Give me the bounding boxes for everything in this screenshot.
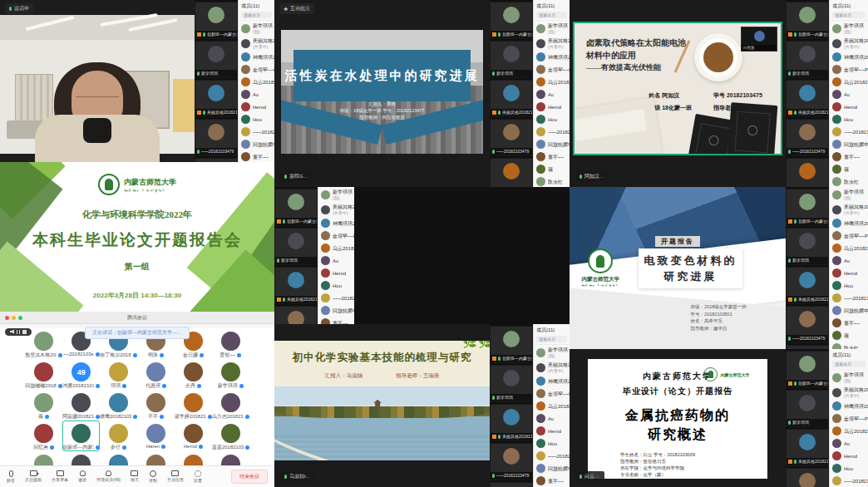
filmstrip-video-tile[interactable]: 美丽其格2018210347… bbox=[786, 80, 829, 117]
participant-row[interactable]: Hou bbox=[318, 279, 354, 292]
participant-row[interactable]: 美丽其格201821 (共享中) bbox=[830, 202, 868, 217]
participant-row[interactable]: 金塔罕~~Pig bbox=[830, 229, 868, 242]
participant-row[interactable]: Hou bbox=[239, 113, 274, 125]
filmstrip-video-tile[interactable]: 新学琪琪 bbox=[786, 390, 829, 427]
participant-row[interactable]: 乌云2018210 bbox=[239, 76, 274, 88]
participant-row[interactable]: 乌云2018210 bbox=[830, 76, 868, 88]
search-input[interactable]: 搜索成员 bbox=[536, 12, 567, 18]
participant-row[interactable]: Hou bbox=[830, 279, 868, 292]
participant-row[interactable]: Hemd bbox=[534, 425, 570, 437]
participant-row[interactable]: 回放轮媚中 bbox=[534, 462, 570, 475]
participant-row[interactable]: Hemd bbox=[239, 101, 274, 113]
participant-row[interactable]: ~~~201821 bbox=[534, 450, 570, 462]
participant-row[interactable]: 金塔罕~~Pig bbox=[239, 63, 274, 76]
filmstrip-video-tile[interactable]: ~~~20182103479 bbox=[786, 306, 829, 343]
participant-row[interactable]: 乌云2018210 bbox=[830, 242, 868, 254]
participant-row[interactable]: 薇 bbox=[534, 163, 570, 175]
participant-row[interactable]: 乌云2018210 bbox=[318, 242, 354, 254]
participant-row[interactable]: 神鹰琪琪201 bbox=[318, 217, 354, 229]
filmstrip-video-tile[interactable]: 美丽其格2018210347… bbox=[490, 404, 533, 441]
gallery-participant[interactable]: 朝鲁20182103.. bbox=[212, 451, 249, 465]
speaker-video[interactable] bbox=[0, 15, 195, 154]
toolbar-button[interactable]: 管理成员(49) bbox=[96, 470, 121, 483]
participant-row[interactable]: ~~~201821 bbox=[239, 125, 274, 138]
filmstrip-video-tile[interactable]: 创新班—内蒙古师范大学-… bbox=[786, 2, 829, 39]
participant-row[interactable]: ~~~201821 bbox=[830, 292, 868, 304]
gallery-participant[interactable]: 丛丹 bbox=[175, 359, 212, 390]
gallery-participant[interactable]: 诺学婷201821.. bbox=[175, 390, 212, 421]
participant-row[interactable]: Hemd bbox=[830, 450, 868, 462]
participant-row[interactable]: 董平~~ bbox=[534, 475, 570, 487]
filmstrip-video-tile[interactable]: 美丽其格2018210347… bbox=[195, 80, 238, 117]
filmstrip-video-tile[interactable]: 新学琪琪 bbox=[274, 228, 318, 265]
toolbar-button[interactable]: 邀请 bbox=[78, 470, 86, 483]
gallery-participant[interactable]: 代惠琪 bbox=[137, 359, 175, 390]
participant-row[interactable]: 乌云2018210 bbox=[534, 400, 570, 412]
participant-row[interactable]: 美丽其格201821 (共享中) bbox=[534, 360, 570, 375]
filmstrip-video-tile[interactable]: ~~~20182103479 bbox=[490, 443, 533, 480]
participant-row[interactable]: 神鹰琪琪201 bbox=[534, 51, 570, 63]
participant-row[interactable]: 神鹰琪琪201 bbox=[534, 375, 570, 387]
shared-screen[interactable]: 内蒙古师范大学 ᠥᠪᠥᠷ ᠮᠣᠩᠭᠣᠯ 开题报告 电致变色材料的 研究进展 班级… bbox=[570, 187, 786, 349]
filmstrip-video-tile[interactable]: ~~~20182103479 bbox=[490, 119, 533, 156]
filmstrip-video-tile[interactable]: ~~~20182103479 bbox=[786, 468, 829, 487]
participant-row[interactable]: 回放轮媚中 bbox=[830, 304, 868, 317]
participant-row[interactable]: Au bbox=[830, 88, 868, 101]
participant-row[interactable]: Hou bbox=[830, 113, 868, 125]
gallery-participant[interactable]: 雄鹰20182103.. bbox=[100, 390, 137, 421]
participant-row[interactable]: 美丽其格201821 (共享中) bbox=[534, 36, 570, 51]
participant-row[interactable]: Hemd bbox=[830, 101, 868, 113]
gallery-participant[interactable]: 琪琪 bbox=[100, 359, 137, 390]
filmstrip-video-tile[interactable]: 创新班—内蒙古师范大学-… bbox=[786, 189, 829, 226]
participant-row[interactable]: 回放轮媚中 bbox=[534, 138, 570, 150]
shared-screen[interactable]: ✚互动批注 活性炭在水处理中的研究进展 汇报人：晨晖 班级：18级化学一班 学号… bbox=[274, 0, 490, 187]
shared-screen[interactable]: 卤素取代策略在太阳能电池 材料中的应用 ——有效提高光伏性能 姓名 阿如汉 学号… bbox=[570, 0, 786, 187]
search-input[interactable]: 搜索成员 bbox=[536, 336, 567, 342]
participant-row[interactable]: 陈永红 bbox=[830, 175, 868, 187]
participant-row[interactable]: 陈永红 bbox=[830, 342, 868, 349]
participant-row[interactable]: Hemd bbox=[534, 101, 570, 113]
participant-row[interactable]: Au bbox=[830, 254, 868, 267]
participant-row[interactable]: 金塔罕~~Pig bbox=[830, 63, 868, 76]
filmstrip-video-tile[interactable]: 创新班—内蒙古师范大学-… bbox=[490, 326, 533, 363]
participant-row[interactable]: Hemd bbox=[830, 267, 868, 279]
participant-row[interactable]: 薇 bbox=[830, 329, 868, 342]
toolbar-button[interactable]: 聊天 bbox=[131, 470, 139, 483]
participant-row[interactable]: 回放轮媚中 bbox=[830, 138, 868, 150]
participant-row[interactable]: 薇 bbox=[830, 163, 868, 175]
gallery-participant[interactable]: 稀木极201821.. bbox=[62, 451, 100, 465]
participant-row[interactable]: 新学琪琪 (我) bbox=[239, 21, 274, 36]
participant-row[interactable]: ~~~201821 bbox=[318, 292, 354, 304]
toolbar-button[interactable]: 设置 bbox=[194, 470, 202, 483]
gallery-participant[interactable]: 49 鸿雁20182103.. bbox=[62, 359, 100, 390]
filmstrip-video-tile[interactable]: 美丽其格2018210347… bbox=[786, 267, 829, 304]
filmstrip-video-tile[interactable]: 明珠 bbox=[786, 158, 829, 187]
participant-row[interactable]: ~~~201821 bbox=[830, 125, 868, 138]
participant-row[interactable]: 董平~~ bbox=[830, 150, 868, 163]
gallery-participant[interactable]: 阿学琪201821.. bbox=[100, 451, 137, 465]
gallery-participant[interactable]: 陈永红 bbox=[25, 451, 62, 465]
end-meeting-button[interactable]: 结束会议 bbox=[231, 470, 268, 484]
gallery-participant[interactable]: 回忆冉 bbox=[25, 421, 62, 451]
participant-row[interactable]: 董平~~ bbox=[239, 150, 274, 162]
participant-row[interactable]: 神鹰琪琪201 bbox=[830, 51, 868, 63]
participant-row[interactable]: 董平~~ bbox=[830, 317, 868, 329]
participant-row[interactable]: 新学琪琪 (我) bbox=[830, 187, 868, 202]
participant-row[interactable]: 陈永红 bbox=[534, 175, 570, 187]
participant-row[interactable]: 新学琪琪 (我) bbox=[534, 21, 570, 36]
gallery-participant[interactable]: Haren bbox=[137, 421, 175, 451]
filmstrip-video-tile[interactable]: 美丽其格2018210347… bbox=[490, 80, 533, 117]
filmstrip-video-tile[interactable]: 新学琪琪 bbox=[786, 41, 829, 78]
participant-row[interactable]: 美丽其格201821 (共享中) bbox=[318, 202, 354, 217]
participant-row[interactable]: 回放轮媚中 bbox=[318, 304, 354, 317]
participant-row[interactable]: 乌云2018210 bbox=[534, 76, 570, 88]
participant-row[interactable]: 美丽其格201821 (共享中) bbox=[239, 36, 274, 51]
filmstrip-video-tile[interactable]: 创新班—内蒙古师范大学-… bbox=[490, 2, 533, 39]
filmstrip-video-tile[interactable]: 新学琪琪 bbox=[490, 365, 533, 402]
participant-row[interactable]: 新学琪琪 (我) bbox=[830, 21, 868, 36]
filmstrip-video-tile[interactable]: ~~~20182103479 bbox=[274, 306, 318, 324]
participant-row[interactable]: Hemd bbox=[318, 267, 354, 279]
gallery-participant[interactable]: 白云20182103.. bbox=[137, 451, 175, 465]
gallery-participant[interactable]: 阿茹娜201821.. bbox=[62, 390, 100, 421]
filmstrip-video-tile[interactable]: 明珠 bbox=[490, 158, 533, 187]
